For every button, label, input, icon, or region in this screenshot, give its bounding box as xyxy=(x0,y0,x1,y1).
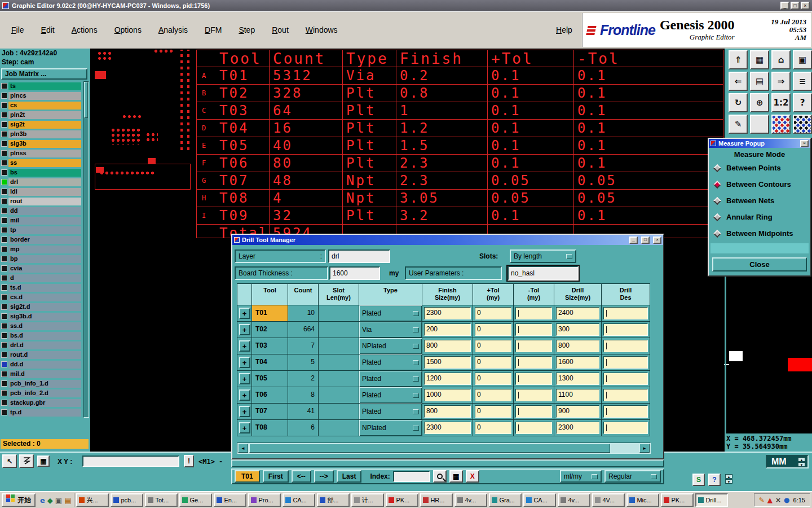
layer-scrollbar[interactable] xyxy=(83,81,89,418)
prev-button[interactable]: <-- xyxy=(292,470,311,483)
layer-visibility-box[interactable] xyxy=(1,294,7,300)
measure-option-between-contours[interactable]: Between Contours xyxy=(709,176,810,192)
drill-size-field[interactable]: 2300 xyxy=(556,422,599,434)
drill-size-field[interactable]: 1300 xyxy=(556,373,599,385)
next-button[interactable]: --> xyxy=(314,470,334,483)
layer-visibility-box[interactable] xyxy=(1,275,7,281)
quicklaunch-icon[interactable]: ◆ xyxy=(47,496,53,505)
quicklaunch-icon[interactable]: ▣ xyxy=(55,496,62,505)
finish-size-field[interactable]: 200 xyxy=(424,323,471,336)
delete-tool-button[interactable]: X xyxy=(466,470,479,483)
drill-des-field[interactable] xyxy=(603,323,648,336)
first-button[interactable]: First xyxy=(263,470,289,483)
layer-scrollbar-thumb[interactable] xyxy=(84,82,88,118)
spin-up-icon[interactable]: ▲ xyxy=(798,457,805,462)
row-select-crosshair-button[interactable]: + xyxy=(239,357,250,368)
board-thickness-field[interactable]: 1600 xyxy=(329,266,380,280)
measure-option-between-midpoints[interactable]: Between Midpoints xyxy=(709,225,810,242)
minus-tol-field[interactable] xyxy=(515,405,552,418)
layer-visibility-box[interactable] xyxy=(1,361,7,367)
command-bang-button[interactable]: ! xyxy=(184,455,194,467)
list-button[interactable]: ≡ xyxy=(793,72,812,91)
pattern-blue-button[interactable] xyxy=(793,115,812,134)
layer-visibility-box[interactable] xyxy=(1,323,7,329)
tool-cell[interactable]: T06 xyxy=(252,387,288,404)
drill-maximize-button[interactable]: □ xyxy=(641,237,650,244)
job-matrix-button[interactable]: Job Matrix ... xyxy=(1,68,87,80)
minus-tol-field[interactable] xyxy=(515,323,552,336)
layer-visibility-box[interactable] xyxy=(1,400,7,406)
taskbar-button-ge[interactable]: Ge... xyxy=(179,493,212,507)
scroll-right-arrow[interactable]: ► xyxy=(639,444,650,453)
layer-row-dd-d[interactable]: dd.d xyxy=(1,360,81,369)
menu-step[interactable]: Step xyxy=(239,25,255,34)
drill-des-field[interactable] xyxy=(603,389,648,401)
layers-button[interactable]: ▤ xyxy=(750,72,769,91)
plus-tol-field[interactable]: 0 xyxy=(475,323,511,336)
layer-visibility-box[interactable] xyxy=(1,265,7,271)
taskbar-button-gra[interactable]: Gra... xyxy=(489,493,522,507)
layer-row-pcb-info-1-d[interactable]: pcb_info_1.d xyxy=(1,379,81,388)
taskbar-button-pk[interactable]: PK... xyxy=(661,493,694,507)
layer-row-ts[interactable]: ts xyxy=(1,81,81,91)
layer-row-tp-d[interactable]: tp.d xyxy=(1,408,81,417)
menu-file[interactable]: File xyxy=(11,25,24,34)
pan-left-button[interactable]: ⇐ xyxy=(729,72,748,91)
mode-dropdown[interactable]: Regular xyxy=(604,470,661,483)
layer-row-cvia[interactable]: cvia xyxy=(1,264,81,273)
capture-button[interactable]: ⇑ xyxy=(729,50,748,69)
layer-row-ldi[interactable]: ldi xyxy=(1,187,81,196)
row-select-crosshair-button[interactable]: + xyxy=(239,373,250,384)
type-dropdown[interactable]: Plated xyxy=(359,404,422,420)
measure-close-action-button[interactable]: Close xyxy=(712,257,807,271)
layer-row-ss[interactable]: ss xyxy=(1,158,81,168)
layer-row-sig3b-d[interactable]: sig3b.d xyxy=(1,312,81,321)
edit-pen-button[interactable]: ✎ xyxy=(729,115,748,134)
taskbar-button-drill[interactable]: Drill... xyxy=(695,493,728,507)
layer-row-mp[interactable]: mp xyxy=(1,244,81,254)
layer-row-cs[interactable]: cs xyxy=(1,100,81,110)
table-view-button[interactable]: ▦ xyxy=(449,470,463,483)
drill-close-button[interactable]: × xyxy=(653,237,661,244)
type-dropdown[interactable]: NPlated xyxy=(359,338,422,354)
drill-size-field[interactable]: 800 xyxy=(556,340,599,352)
finish-size-field[interactable]: 800 xyxy=(424,340,471,352)
type-dropdown[interactable]: NPlated xyxy=(359,420,422,436)
row-select-crosshair-button[interactable]: + xyxy=(239,340,250,352)
origin-button[interactable]: ⊕ xyxy=(750,93,769,112)
layer-row-cs-d[interactable]: cs.d xyxy=(1,292,81,302)
taskbar-button-ca[interactable]: CA... xyxy=(283,493,315,507)
menu-analysis[interactable]: Analysis xyxy=(158,25,188,34)
minus-tol-field[interactable] xyxy=(515,373,552,385)
layer-visibility-box[interactable] xyxy=(1,121,7,128)
maximize-button[interactable]: □ xyxy=(791,2,800,10)
layer-row-stackup-gbr[interactable]: stackup.gbr xyxy=(1,398,81,408)
taskbar-button-4v[interactable]: 4v... xyxy=(558,493,590,507)
taskbar-button-pro[interactable]: Pro... xyxy=(248,493,281,507)
layer-row-bp[interactable]: bp xyxy=(1,254,81,264)
taskbar-button-en[interactable]: En... xyxy=(214,493,246,507)
row-select-crosshair-button[interactable]: + xyxy=(239,406,250,417)
layer-visibility-box[interactable] xyxy=(1,179,7,185)
redraw-button[interactable]: ↻ xyxy=(729,93,748,112)
layer-visibility-box[interactable] xyxy=(1,371,7,377)
tool-cell[interactable]: T04 xyxy=(252,354,288,371)
status-spinner[interactable]: ▲ ▼ xyxy=(725,474,732,484)
finish-size-field[interactable]: 1200 xyxy=(424,373,471,385)
status-help-button[interactable]: ? xyxy=(708,474,721,486)
drill-size-field[interactable]: 300 xyxy=(556,323,599,336)
layer-row-border[interactable]: border xyxy=(1,235,81,244)
layer-visibility-box[interactable] xyxy=(1,189,7,195)
layer-row-rout[interactable]: rout xyxy=(1,196,81,206)
row-select-crosshair-button[interactable]: + xyxy=(239,389,250,401)
script-status-button[interactable]: S xyxy=(692,474,705,486)
drill-des-field[interactable] xyxy=(603,405,648,418)
finish-size-field[interactable]: 1000 xyxy=(424,389,471,401)
layer-visibility-box[interactable] xyxy=(1,227,7,233)
drill-size-field[interactable]: 1100 xyxy=(556,389,599,401)
zoom-1-2-button[interactable]: 1:2 xyxy=(771,93,791,112)
taskbar-button-4v[interactable]: 4v... xyxy=(454,493,487,507)
select-tool-button[interactable]: ↖ xyxy=(2,454,17,468)
plus-tol-field[interactable]: 0 xyxy=(475,340,511,352)
tool-cell[interactable]: T07 xyxy=(252,404,288,420)
